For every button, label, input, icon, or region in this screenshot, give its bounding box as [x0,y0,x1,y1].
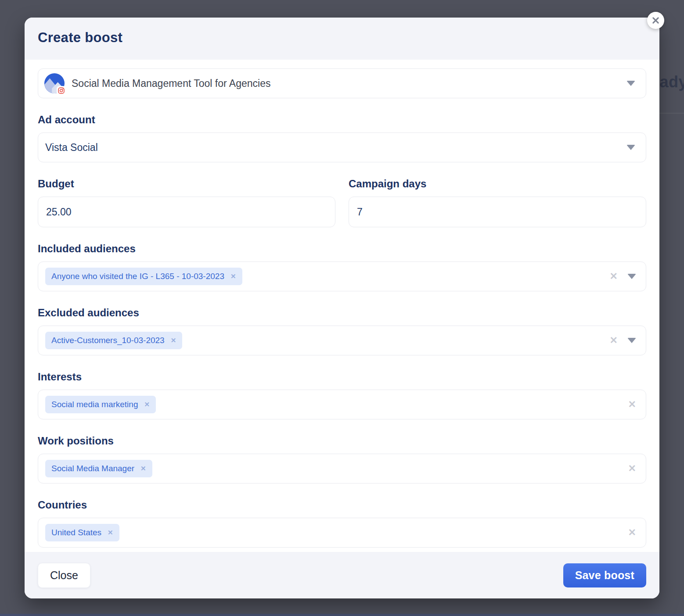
field-campaign-days: Campaign days [349,177,646,227]
clear-icon[interactable]: ✕ [628,464,636,473]
create-boost-modal: Create boost [25,18,659,598]
close-icon[interactable] [647,12,664,29]
interest-tag: Social media marketing ✕ [45,396,156,413]
tag-remove-icon[interactable]: ✕ [108,529,113,537]
field-work-positions: Work positions Social Media Manager ✕ ✕ [38,434,646,483]
interest-tag-label: Social media marketing [51,400,138,409]
profile-select[interactable]: Social Media Management Tool for Agencie… [38,68,646,98]
campaign-days-label: Campaign days [349,177,646,190]
field-actions: ✕ [610,272,636,281]
work-positions-input[interactable]: Social Media Manager ✕ ✕ [38,454,646,483]
budget-input[interactable] [38,197,335,227]
interests-label: Interests [38,370,646,383]
clear-icon[interactable]: ✕ [628,528,636,537]
ad-account-select[interactable]: Vista Social [38,133,646,162]
chevron-down-icon[interactable] [627,338,636,343]
work-positions-label: Work positions [38,434,646,448]
tag-remove-icon[interactable]: ✕ [140,465,146,473]
included-audiences-label: Included audiences [38,242,646,255]
audience-tag: Active-Customers_10-03-2023 ✕ [45,332,182,349]
background-divider [659,113,684,114]
modal-body: Social Media Management Tool for Agencie… [25,60,659,552]
chevron-down-icon[interactable] [627,274,636,279]
country-tag: United States ✕ [45,524,119,541]
field-actions: ✕ [610,336,636,345]
work-position-tag-label: Social Media Manager [51,464,134,473]
chevron-down-icon [626,145,635,150]
close-button[interactable]: Close [38,563,90,588]
audience-tag: Anyone who visited the IG - L365 - 10-03… [45,268,242,285]
field-countries: Countries United States ✕ ✕ [38,498,646,548]
country-tag-label: United States [51,528,101,537]
ad-account-label: Ad account [38,113,646,126]
clear-icon[interactable]: ✕ [610,336,618,345]
interests-input[interactable]: Social media marketing ✕ ✕ [38,390,646,419]
page-title: Create boost [38,30,646,46]
instagram-icon [57,86,66,95]
save-boost-button[interactable]: Save boost [563,563,646,587]
ad-account-value: Vista Social [45,142,98,154]
budget-row: Budget Campaign days [38,177,646,227]
clear-icon[interactable]: ✕ [628,400,636,409]
field-interests: Interests Social media marketing ✕ ✕ [38,370,646,419]
included-audiences-input[interactable]: Anyone who visited the IG - L365 - 10-03… [38,261,646,291]
field-excluded-audiences: Excluded audiences Active-Customers_10-0… [38,306,646,355]
audience-tag-label: Anyone who visited the IG - L365 - 10-03… [51,272,224,281]
x-glyph [652,17,659,24]
profile-avatar [44,73,65,93]
field-ad-account: Ad account Vista Social [38,113,646,162]
field-actions: ✕ [628,528,636,537]
budget-label: Budget [38,177,335,190]
chevron-down-icon [626,81,635,86]
excluded-audiences-label: Excluded audiences [38,306,646,319]
excluded-audiences-input[interactable]: Active-Customers_10-03-2023 ✕ ✕ [38,326,646,355]
campaign-days-input[interactable] [349,197,646,227]
field-actions: ✕ [628,464,636,473]
modal-header: Create boost [25,18,659,60]
profile-select-value: Social Media Management Tool for Agencie… [72,78,270,90]
field-budget: Budget [38,177,335,227]
tag-remove-icon[interactable]: ✕ [230,272,236,280]
countries-input[interactable]: United States ✕ ✕ [38,518,646,548]
modal-footer: Close Save boost [25,552,659,598]
field-included-audiences: Included audiences Anyone who visited th… [38,242,646,291]
background-bottom-bar [0,614,684,616]
clear-icon[interactable]: ✕ [610,272,618,281]
work-position-tag: Social Media Manager ✕ [45,460,152,477]
tag-remove-icon[interactable]: ✕ [171,337,176,344]
audience-tag-label: Active-Customers_10-03-2023 [51,336,165,345]
tag-remove-icon[interactable]: ✕ [144,401,150,408]
countries-label: Countries [38,498,646,512]
field-actions: ✕ [628,400,636,409]
